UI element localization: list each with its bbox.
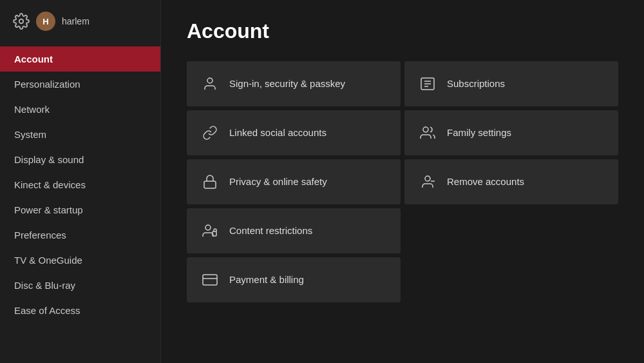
tile-linked-social-label: Linked social accounts bbox=[229, 126, 327, 139]
sidebar-header: H harlem bbox=[0, 0, 160, 43]
svg-point-12 bbox=[425, 176, 430, 181]
svg-point-0 bbox=[19, 19, 24, 24]
tile-family-settings-label: Family settings bbox=[447, 126, 511, 139]
sidebar-item-kinect-devices[interactable]: Kinect & devices bbox=[0, 172, 160, 197]
list-icon bbox=[419, 75, 437, 93]
sidebar-item-preferences[interactable]: Preferences bbox=[0, 222, 160, 248]
sidebar-item-disc-bluray[interactable]: Disc & Blu-ray bbox=[0, 273, 160, 298]
sidebar: H harlem Account Personalization Network… bbox=[0, 0, 161, 363]
svg-point-1 bbox=[207, 78, 213, 83]
sidebar-item-power-startup[interactable]: Power & startup bbox=[0, 197, 160, 222]
sidebar-item-display-sound[interactable]: Display & sound bbox=[0, 147, 160, 172]
tile-content-restrictions-label: Content restrictions bbox=[229, 224, 312, 237]
lock-icon bbox=[201, 173, 219, 191]
right-column: Subscriptions Family settings bbox=[404, 61, 618, 302]
sidebar-item-tv-oneguide[interactable]: TV & OneGuide bbox=[0, 248, 160, 273]
tile-sign-in[interactable]: Sign-in, security & passkey bbox=[187, 61, 401, 106]
svg-rect-2 bbox=[204, 181, 216, 188]
tile-privacy[interactable]: Privacy & online safety bbox=[187, 159, 401, 204]
svg-point-11 bbox=[423, 127, 428, 132]
tile-subscriptions-label: Subscriptions bbox=[447, 77, 505, 90]
svg-rect-5 bbox=[203, 275, 217, 285]
settings-columns: Sign-in, security & passkey Linked socia… bbox=[187, 61, 618, 302]
tile-family-settings[interactable]: Family settings bbox=[404, 110, 618, 155]
family-icon bbox=[419, 124, 437, 142]
tile-payment-billing-label: Payment & billing bbox=[229, 273, 304, 286]
tile-remove-accounts-label: Remove accounts bbox=[447, 175, 524, 188]
main-content: Account Sign-in, security & passkey bbox=[161, 0, 644, 363]
sidebar-item-system[interactable]: System bbox=[0, 122, 160, 147]
tile-payment-billing[interactable]: Payment & billing bbox=[187, 257, 401, 302]
page-title: Account bbox=[187, 19, 618, 43]
link-circle-icon bbox=[201, 124, 219, 142]
tile-linked-social[interactable]: Linked social accounts bbox=[187, 110, 401, 155]
user-minus-icon bbox=[419, 173, 437, 191]
tile-content-restrictions[interactable]: Content restrictions bbox=[187, 208, 401, 253]
sidebar-item-account[interactable]: Account bbox=[0, 46, 160, 72]
avatar: H bbox=[36, 12, 55, 31]
left-column: Sign-in, security & passkey Linked socia… bbox=[187, 61, 401, 302]
sidebar-item-network[interactable]: Network bbox=[0, 97, 160, 122]
tile-subscriptions[interactable]: Subscriptions bbox=[404, 61, 618, 106]
sidebar-item-ease-access[interactable]: Ease of Access bbox=[0, 298, 160, 323]
tile-remove-accounts[interactable]: Remove accounts bbox=[404, 159, 618, 204]
user-lock-icon bbox=[201, 222, 219, 240]
credit-card-icon bbox=[201, 271, 219, 289]
gear-icon[interactable] bbox=[13, 13, 30, 30]
tile-privacy-label: Privacy & online safety bbox=[229, 175, 327, 188]
tile-sign-in-label: Sign-in, security & passkey bbox=[229, 77, 345, 90]
sidebar-nav: Account Personalization Network System D… bbox=[0, 46, 160, 323]
user-key-icon bbox=[201, 75, 219, 93]
username: harlem bbox=[62, 16, 90, 26]
svg-point-3 bbox=[205, 225, 211, 230]
sidebar-item-personalization[interactable]: Personalization bbox=[0, 72, 160, 97]
